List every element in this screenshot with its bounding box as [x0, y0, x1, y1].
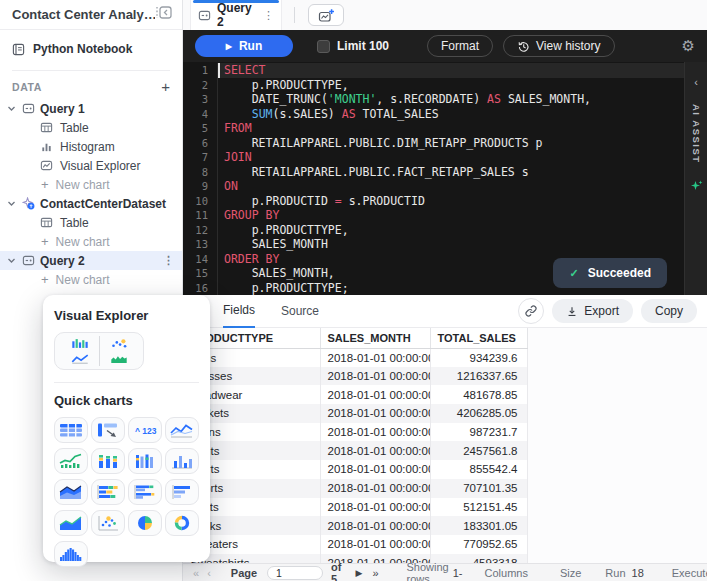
- kebab-menu-icon[interactable]: ⋮: [263, 9, 274, 22]
- quick-chart-donut-button[interactable]: [165, 510, 199, 536]
- code-line[interactable]: 13 SALES_MONTH: [183, 237, 684, 252]
- table-cell[interactable]: 707101.35: [430, 479, 527, 498]
- tree-item-new-chart[interactable]: + New chart: [0, 175, 182, 194]
- table-cell[interactable]: 183301.05: [430, 516, 527, 535]
- tab-source[interactable]: Source: [281, 295, 319, 328]
- limit-checkbox[interactable]: [317, 40, 330, 53]
- tree-item-dataset[interactable]: ContactCenterDataset: [0, 194, 182, 213]
- quick-chart-scatter-button[interactable]: [91, 510, 125, 536]
- tree-item-query1-histogram[interactable]: Histogram: [0, 137, 182, 156]
- tree-item-query2[interactable]: Query 2 ⋮: [0, 251, 182, 270]
- table-cell[interactable]: 987231.7: [430, 423, 527, 442]
- code-line[interactable]: 11GROUP BY: [183, 208, 684, 223]
- code-line[interactable]: 9ON: [183, 179, 684, 194]
- last-page-icon[interactable]: »: [372, 567, 378, 579]
- new-chart-tab-button[interactable]: [308, 4, 344, 26]
- table-row[interactable]: Shorts2018-01-01 00:00:00707101.35: [183, 479, 527, 498]
- tab-query2[interactable]: Query 2 ⋮: [190, 0, 282, 30]
- table-row[interactable]: Pants2018-01-01 00:00:002457561.8: [183, 441, 527, 460]
- table-cell[interactable]: 2018-01-01 00:00:00: [320, 479, 430, 498]
- ai-sparkle-icon[interactable]: [690, 178, 703, 196]
- quick-chart-trend-line-button[interactable]: [54, 448, 88, 474]
- code-line[interactable]: 8 RETAILAPPAREL.PUBLIC.FACT_RETAPP_SALES…: [183, 165, 684, 180]
- kebab-menu-icon[interactable]: ⋮: [163, 254, 182, 267]
- sidebar-item-python-notebook[interactable]: Python Notebook: [0, 30, 182, 66]
- tab-fields[interactable]: Fields: [223, 295, 255, 328]
- table-cell[interactable]: 1216337.65: [430, 367, 527, 386]
- page-input[interactable]: [267, 566, 323, 580]
- tree-item-new-chart[interactable]: + New chart: [0, 270, 182, 289]
- tree-item-new-chart[interactable]: + New chart: [0, 232, 182, 251]
- code-line[interactable]: 5FROM: [183, 121, 684, 136]
- quick-chart-grouped-column-button[interactable]: [128, 448, 162, 474]
- table-cell[interactable]: 2018-01-01 00:00:00: [320, 423, 430, 442]
- table-cell[interactable]: 855542.4: [430, 460, 527, 479]
- table-cell[interactable]: 2018-01-01 00:00:00: [320, 367, 430, 386]
- table-row[interactable]: Dresses2018-01-01 00:00:001216337.65: [183, 367, 527, 386]
- table-cell[interactable]: 2018-01-01 00:00:00: [320, 348, 430, 367]
- quick-chart-grouped-bar-button[interactable]: [128, 479, 162, 505]
- quick-chart-stacked-area-button[interactable]: [54, 479, 88, 505]
- table-cell[interactable]: 2018-01-01 00:00:00: [320, 498, 430, 517]
- tree-item-dataset-table[interactable]: Table: [0, 213, 182, 232]
- column-header[interactable]: TOTAL_SALES: [430, 328, 527, 348]
- code-line[interactable]: 4 SUM(s.SALES) AS TOTAL_SALES: [183, 107, 684, 122]
- limit-checkbox-group[interactable]: Limit 100: [317, 39, 389, 53]
- table-row[interactable]: Shirts2018-01-01 00:00:00855542.4: [183, 460, 527, 479]
- code-line[interactable]: 6 RETAILAPPAREL.PUBLIC.DIM_RETAPP_PRODUC…: [183, 136, 684, 151]
- tree-item-query1[interactable]: Query 1: [0, 99, 182, 118]
- prev-page-icon[interactable]: ‹: [207, 567, 211, 579]
- quick-chart-histogram-button[interactable]: [54, 541, 88, 567]
- gear-icon[interactable]: ⚙: [682, 37, 695, 55]
- add-data-icon[interactable]: +: [161, 82, 170, 92]
- export-button[interactable]: Export: [552, 299, 633, 323]
- view-history-button[interactable]: View history: [503, 35, 614, 57]
- table-cell[interactable]: 2457561.8: [430, 441, 527, 460]
- chevron-down-icon[interactable]: [6, 255, 17, 266]
- chevron-down-icon[interactable]: [6, 103, 17, 114]
- table-cell[interactable]: 934239.6: [430, 348, 527, 367]
- quick-chart-table-button[interactable]: [54, 417, 88, 443]
- table-cell[interactable]: 770952.65: [430, 535, 527, 554]
- column-header[interactable]: SALES_MONTH: [320, 328, 430, 348]
- quick-chart-line-button[interactable]: [165, 417, 199, 443]
- quick-chart-area-button[interactable]: [54, 510, 88, 536]
- chevron-down-icon[interactable]: [6, 198, 17, 209]
- format-button[interactable]: Format: [427, 35, 493, 57]
- run-button[interactable]: ▶ Run: [195, 35, 293, 57]
- table-row[interactable]: Sweaters2018-01-01 00:00:00770952.65: [183, 535, 527, 554]
- table-cell[interactable]: 481678.85: [430, 385, 527, 404]
- next-page-icon[interactable]: ▶: [355, 568, 362, 578]
- collapse-sidebar-icon[interactable]: [155, 5, 172, 24]
- code-line[interactable]: 12 p.PRODUCTTYPE,: [183, 223, 684, 238]
- quick-chart-single-value-button[interactable]: ^ 123: [128, 417, 162, 443]
- table-cell[interactable]: 2018-01-01 00:00:00: [320, 516, 430, 535]
- quick-chart-pivot-button[interactable]: [91, 417, 125, 443]
- table-cell[interactable]: 4206285.05: [430, 404, 527, 423]
- table-cell[interactable]: 2018-01-01 00:00:00: [320, 385, 430, 404]
- table-cell[interactable]: 2018-01-01 00:00:00: [320, 441, 430, 460]
- expand-panel-icon[interactable]: ‹: [694, 76, 698, 88]
- first-page-icon[interactable]: «: [193, 567, 199, 579]
- table-cell[interactable]: 2018-01-01 00:00:00: [320, 535, 430, 554]
- table-row[interactable]: Headwear2018-01-01 00:00:00481678.85: [183, 385, 527, 404]
- code-line[interactable]: 2 p.PRODUCTTYPE,: [183, 78, 684, 93]
- quick-chart-stacked-bar-button[interactable]: [91, 479, 125, 505]
- quick-chart-stacked-column-button[interactable]: [91, 448, 125, 474]
- tree-item-query1-table[interactable]: Table: [0, 118, 182, 137]
- quick-chart-pie-button[interactable]: [128, 510, 162, 536]
- table-row[interactable]: Jackets2018-01-01 00:00:004206285.05: [183, 404, 527, 423]
- table-row[interactable]: Skirts2018-01-01 00:00:00512151.45: [183, 498, 527, 517]
- visual-explorer-button[interactable]: [54, 332, 144, 370]
- code-line[interactable]: 10 p.PRODUCTID = s.PRODUCTID: [183, 194, 684, 209]
- link-button[interactable]: [518, 298, 544, 324]
- copy-button[interactable]: Copy: [641, 299, 697, 323]
- table-row[interactable]: Jeans2018-01-01 00:00:00987231.7: [183, 423, 527, 442]
- code-line[interactable]: 7JOIN: [183, 150, 684, 165]
- quick-chart-column-button[interactable]: [165, 448, 199, 474]
- code-line[interactable]: 3 DATE_TRUNC('MONTH', s.RECORDDATE) AS S…: [183, 92, 684, 107]
- table-cell[interactable]: 512151.45: [430, 498, 527, 517]
- quick-chart-bar-button[interactable]: [165, 479, 199, 505]
- table-cell[interactable]: 2018-01-01 00:00:00: [320, 404, 430, 423]
- tree-item-query1-visual-explorer[interactable]: Visual Explorer: [0, 156, 182, 175]
